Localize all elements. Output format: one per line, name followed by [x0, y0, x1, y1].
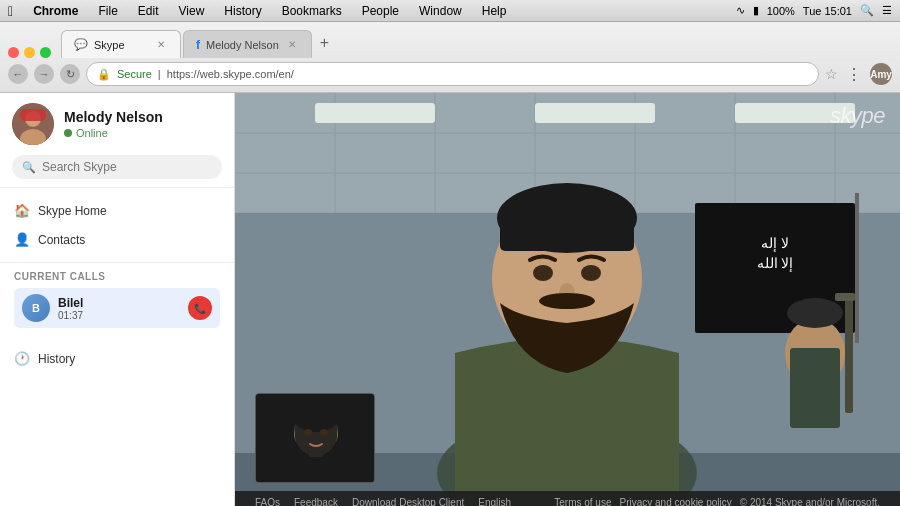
- call-duration: 01:37: [58, 310, 180, 321]
- search-icon[interactable]: 🔍: [860, 4, 874, 17]
- call-name: Bilel: [58, 296, 180, 310]
- menu-view[interactable]: View: [175, 4, 209, 18]
- menu-history[interactable]: History: [220, 4, 265, 18]
- search-input[interactable]: [42, 160, 212, 174]
- footer-feedback[interactable]: Feedback: [294, 497, 338, 507]
- svg-point-43: [320, 429, 328, 435]
- footer-right: Terms of use Privacy and cookie policy ©…: [554, 497, 880, 507]
- calls-section: CURRENT CALLS B Bilel 01:37 📞: [0, 263, 234, 340]
- menu-help[interactable]: Help: [478, 4, 511, 18]
- skype-brand: skype: [830, 103, 885, 129]
- history-item[interactable]: 🕐 History: [0, 344, 234, 373]
- status-indicator: [64, 129, 72, 137]
- contacts-icon: 👤: [14, 232, 30, 247]
- minimize-window-btn[interactable]: [24, 47, 35, 58]
- footer-language[interactable]: English: [478, 497, 511, 507]
- call-avatar-bilel: B: [22, 294, 50, 322]
- forward-button[interactable]: →: [34, 64, 54, 84]
- svg-rect-23: [835, 293, 855, 301]
- address-bar[interactable]: 🔒 Secure | https://web.skype.com/en/: [86, 62, 819, 86]
- svg-rect-16: [535, 103, 655, 123]
- user-avatar[interactable]: [12, 103, 54, 145]
- user-status: Online: [64, 127, 222, 139]
- footer-privacy[interactable]: Privacy and cookie policy: [620, 497, 732, 507]
- menu-file[interactable]: File: [94, 4, 121, 18]
- browser-menu-icon[interactable]: ⋮: [844, 63, 864, 86]
- tab-skype[interactable]: 💬 Skype ✕: [61, 30, 181, 58]
- footer-terms[interactable]: Terms of use: [554, 497, 611, 507]
- status-text: Online: [76, 127, 108, 139]
- svg-point-31: [581, 265, 601, 281]
- pip-video: [255, 393, 375, 483]
- footer-links: FAQs Feedback Download Desktop Client En…: [255, 497, 511, 507]
- home-icon: 🏠: [14, 203, 30, 218]
- svg-point-30: [533, 265, 553, 281]
- mac-menubar:  Chrome File Edit View History Bookmark…: [0, 0, 900, 22]
- skype-sidebar: Melody Nelson Online 🔍 🏠 Skype Home 👤: [0, 93, 235, 506]
- user-profile-button[interactable]: Amy: [870, 63, 892, 85]
- user-profile: Melody Nelson Online: [12, 103, 222, 145]
- skype-tab-favicon: 💬: [74, 38, 88, 51]
- history-label: History: [38, 352, 75, 366]
- maximize-window-btn[interactable]: [40, 47, 51, 58]
- call-info: Bilel 01:37: [58, 296, 180, 321]
- url-secure-label: Secure: [117, 68, 152, 80]
- flag-text: لا إله: [761, 236, 789, 252]
- url-text: https://web.skype.com/en/: [167, 68, 294, 80]
- call-item-bilel[interactable]: B Bilel 01:37 📞: [14, 288, 220, 328]
- nav-item-home[interactable]: 🏠 Skype Home: [0, 196, 234, 225]
- nav-item-contacts[interactable]: 👤 Contacts: [0, 225, 234, 254]
- skype-tab-title: Skype: [94, 39, 148, 51]
- url-separator: |: [158, 68, 161, 80]
- fb-tab-favicon: f: [196, 38, 200, 52]
- tab-bar: 💬 Skype ✕ f Melody Nelson ✕ +: [0, 22, 900, 58]
- close-window-btn[interactable]: [8, 47, 19, 58]
- svg-point-35: [787, 298, 843, 328]
- svg-point-33: [539, 293, 595, 309]
- search-box[interactable]: 🔍: [12, 155, 222, 179]
- menu-edit[interactable]: Edit: [134, 4, 163, 18]
- new-tab-button[interactable]: +: [314, 32, 335, 54]
- main-layout: Melody Nelson Online 🔍 🏠 Skype Home 👤: [0, 93, 900, 506]
- battery-percent: 100%: [767, 5, 795, 17]
- menu-people[interactable]: People: [358, 4, 403, 18]
- wifi-icon: ∿: [736, 4, 745, 17]
- menu-bookmarks[interactable]: Bookmarks: [278, 4, 346, 18]
- apple-icon[interactable]: : [8, 3, 13, 19]
- current-calls-label: CURRENT CALLS: [14, 271, 220, 282]
- svg-rect-36: [790, 348, 840, 428]
- browser-chrome: 💬 Skype ✕ f Melody Nelson ✕ + ← → ↻ 🔒 Se…: [0, 22, 900, 93]
- nav-contacts-label: Contacts: [38, 233, 85, 247]
- svg-rect-21: [855, 193, 859, 343]
- svg-rect-4: [20, 109, 46, 121]
- skype-tab-close[interactable]: ✕: [154, 38, 168, 51]
- bookmark-star-icon[interactable]: ☆: [825, 66, 838, 82]
- lock-icon: 🔒: [97, 68, 111, 81]
- menubar-left:  Chrome File Edit View History Bookmark…: [8, 3, 510, 19]
- fb-tab-close[interactable]: ✕: [285, 38, 299, 51]
- back-button[interactable]: ←: [8, 64, 28, 84]
- nav-home-label: Skype Home: [38, 204, 107, 218]
- svg-rect-15: [315, 103, 435, 123]
- address-bar-row: ← → ↻ 🔒 Secure | https://web.skype.com/e…: [0, 58, 900, 92]
- refresh-button[interactable]: ↻: [60, 64, 80, 84]
- footer-download[interactable]: Download Desktop Client: [352, 497, 464, 507]
- user-info: Melody Nelson Online: [64, 109, 222, 139]
- menu-chrome[interactable]: Chrome: [29, 4, 82, 18]
- menubar-right: ∿ ▮ 100% Tue 15:01 🔍 ☰: [736, 4, 892, 17]
- footer-copyright: © 2014 Skype and/or Microsoft.: [740, 497, 880, 507]
- svg-rect-22: [845, 293, 853, 413]
- pip-svg: [256, 394, 375, 483]
- end-call-button[interactable]: 📞: [188, 296, 212, 320]
- tab-fb[interactable]: f Melody Nelson ✕: [183, 30, 312, 58]
- menu-window[interactable]: Window: [415, 4, 466, 18]
- skype-footer: FAQs Feedback Download Desktop Client En…: [235, 491, 900, 506]
- footer-faqs[interactable]: FAQs: [255, 497, 280, 507]
- sidebar-header: Melody Nelson Online 🔍: [0, 93, 234, 188]
- sidebar-nav: 🏠 Skype Home 👤 Contacts: [0, 188, 234, 263]
- user-name: Melody Nelson: [64, 109, 222, 125]
- control-icon[interactable]: ☰: [882, 4, 892, 17]
- history-icon: 🕐: [14, 351, 30, 366]
- fb-tab-title: Melody Nelson: [206, 39, 279, 51]
- svg-text:إلا الله: إلا الله: [757, 256, 794, 272]
